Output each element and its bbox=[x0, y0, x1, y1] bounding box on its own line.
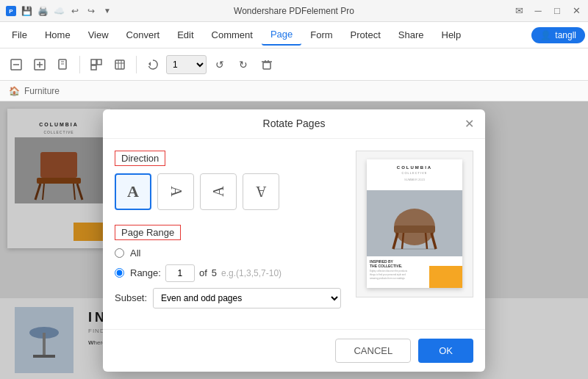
direction-icon-up: A bbox=[127, 182, 139, 201]
minimize-button[interactable]: ─ bbox=[532, 5, 544, 17]
dialog-footer: CANCEL OK bbox=[103, 329, 485, 372]
menu-protect[interactable]: Protect bbox=[342, 25, 390, 45]
user-badge: 👤 tangll bbox=[531, 27, 585, 43]
all-radio-row: All bbox=[115, 248, 341, 259]
svg-text:P: P bbox=[9, 8, 13, 15]
menu-help[interactable]: Help bbox=[433, 25, 470, 45]
cloud-icon[interactable]: ☁️ bbox=[53, 5, 65, 17]
dialog-title-bar: Rotate Pages ✕ bbox=[103, 109, 485, 139]
dialog-body: Direction A A A bbox=[103, 139, 485, 329]
range-input-row: Range: of 5 e.g.(1,3,5,7-10) bbox=[130, 264, 282, 282]
menubar: File Home View Convert Edit Comment Page… bbox=[0, 22, 588, 48]
prev-page-btn[interactable]: ↺ bbox=[209, 54, 230, 75]
direction-icon-right: A bbox=[167, 186, 184, 196]
ok-button[interactable]: OK bbox=[418, 339, 473, 363]
all-radio[interactable] bbox=[115, 248, 124, 258]
dialog-right-panel: COLUMBIA COLLECTIVE SUMMER 2023 bbox=[356, 151, 473, 317]
dialog-overlay: Rotate Pages ✕ Direction A bbox=[0, 101, 588, 379]
preview-container: COLUMBIA COLLECTIVE SUMMER 2023 bbox=[356, 151, 473, 297]
svg-marker-17 bbox=[148, 62, 151, 66]
menu-view[interactable]: View bbox=[79, 25, 118, 45]
menu-form[interactable]: Form bbox=[301, 25, 341, 45]
all-radio-label[interactable]: All bbox=[130, 248, 140, 259]
preview-image-area bbox=[367, 190, 462, 256]
app-title: Wondershare PDFelement Pro bbox=[234, 6, 354, 16]
titlebar-left: P 💾 🖨️ ☁️ ↩ ↪ ▼ bbox=[6, 5, 113, 17]
svg-rect-34 bbox=[394, 225, 435, 233]
delete-page-btn[interactable] bbox=[257, 54, 277, 75]
direction-icon-left: A bbox=[209, 186, 226, 196]
direction-btn-up[interactable]: A bbox=[115, 173, 151, 210]
menu-edit[interactable]: Edit bbox=[168, 25, 202, 45]
rotate-pages-dialog: Rotate Pages ✕ Direction A bbox=[103, 109, 485, 372]
range-total: 5 bbox=[212, 267, 217, 278]
main-content: COLUMBIA COLLECTIVE bbox=[0, 101, 588, 379]
titlebar: P 💾 🖨️ ☁️ ↩ ↪ ▼ Wondershare PDFelement P… bbox=[0, 0, 588, 22]
dialog-left-panel: Direction A A A bbox=[115, 151, 341, 317]
dialog-close-button[interactable]: ✕ bbox=[462, 116, 476, 131]
close-button[interactable]: ✕ bbox=[570, 5, 582, 17]
range-radio-row: Range: of 5 e.g.(1,3,5,7-10) bbox=[115, 264, 341, 282]
direction-section: Direction A A A bbox=[115, 151, 341, 210]
range-example: e.g.(1,3,5,7-10) bbox=[221, 268, 282, 278]
menu-comment[interactable]: Comment bbox=[203, 25, 262, 45]
direction-btn-down[interactable]: A bbox=[243, 173, 279, 210]
svg-rect-12 bbox=[91, 65, 96, 70]
titlebar-right: ✉ ─ □ ✕ bbox=[513, 5, 582, 17]
toolbar-btn-4[interactable] bbox=[86, 54, 107, 75]
range-input[interactable] bbox=[165, 264, 195, 282]
range-label[interactable]: Range: bbox=[130, 267, 161, 278]
range-radio[interactable] bbox=[115, 268, 124, 278]
toolbar-divider-1 bbox=[79, 56, 80, 73]
breadcrumb: 🏠 Furniture bbox=[0, 81, 588, 101]
direction-icon-down: A bbox=[256, 183, 266, 200]
preview-edition: SUMMER 2023 bbox=[373, 178, 456, 181]
menu-home[interactable]: Home bbox=[36, 25, 79, 45]
direction-options: A A A A bbox=[115, 173, 341, 210]
menu-convert[interactable]: Convert bbox=[118, 25, 169, 45]
dialog-title: Rotate Pages bbox=[263, 118, 326, 129]
svg-rect-10 bbox=[91, 59, 96, 65]
toolbar: 1 ↺ ↻ bbox=[0, 48, 588, 81]
cancel-button[interactable]: CANCEL bbox=[335, 339, 411, 363]
toolbar-btn-2[interactable] bbox=[29, 54, 50, 75]
menu-page[interactable]: Page bbox=[262, 24, 301, 46]
save-icon[interactable]: 💾 bbox=[21, 5, 32, 17]
preview-page: COLUMBIA COLLECTIVE SUMMER 2023 bbox=[367, 159, 462, 288]
preview-content: COLUMBIA COLLECTIVE SUMMER 2023 bbox=[367, 159, 462, 190]
toolbar-btn-1[interactable] bbox=[6, 54, 26, 75]
toolbar-divider-2 bbox=[136, 56, 137, 73]
breadcrumb-label: Furniture bbox=[24, 86, 60, 96]
home-icon: 🏠 bbox=[9, 86, 20, 96]
svg-rect-13 bbox=[115, 60, 124, 69]
rotate-btn[interactable] bbox=[143, 54, 163, 75]
direction-btn-left[interactable]: A bbox=[200, 173, 237, 210]
maximize-button[interactable]: □ bbox=[551, 5, 563, 17]
subset-row: Subset: Even and odd pages Even pages on… bbox=[115, 288, 341, 308]
redo-icon[interactable]: ↪ bbox=[85, 5, 97, 17]
toolbar-btn-5[interactable] bbox=[110, 54, 130, 75]
toolbar-btn-3[interactable] bbox=[53, 54, 74, 75]
svg-rect-11 bbox=[97, 59, 101, 65]
preview-subtitle: COLLECTIVE bbox=[373, 171, 456, 175]
preview-title: COLUMBIA bbox=[373, 165, 456, 170]
subset-label: Subset: bbox=[115, 292, 147, 303]
undo-icon[interactable]: ↩ bbox=[69, 5, 81, 17]
range-of-text: of bbox=[199, 267, 207, 278]
email-icon[interactable]: ✉ bbox=[513, 5, 525, 17]
page-number-select[interactable]: 1 bbox=[166, 55, 207, 74]
dropdown-arrow-icon[interactable]: ▼ bbox=[101, 5, 113, 17]
print-icon[interactable]: 🖨️ bbox=[37, 5, 49, 17]
menu-share[interactable]: Share bbox=[390, 25, 433, 45]
direction-btn-right[interactable]: A bbox=[157, 173, 194, 210]
page-range-section: Page Range All Range: of bbox=[115, 225, 341, 308]
app-icon: P bbox=[6, 6, 16, 16]
subset-select[interactable]: Even and odd pages Even pages only Odd p… bbox=[153, 288, 341, 308]
preview-yellow-bar bbox=[429, 266, 462, 288]
svg-rect-18 bbox=[263, 62, 270, 69]
page-range-label: Page Range bbox=[115, 225, 181, 240]
direction-label: Direction bbox=[115, 151, 165, 166]
menu-file[interactable]: File bbox=[3, 25, 36, 45]
next-page-btn[interactable]: ↻ bbox=[233, 54, 254, 75]
